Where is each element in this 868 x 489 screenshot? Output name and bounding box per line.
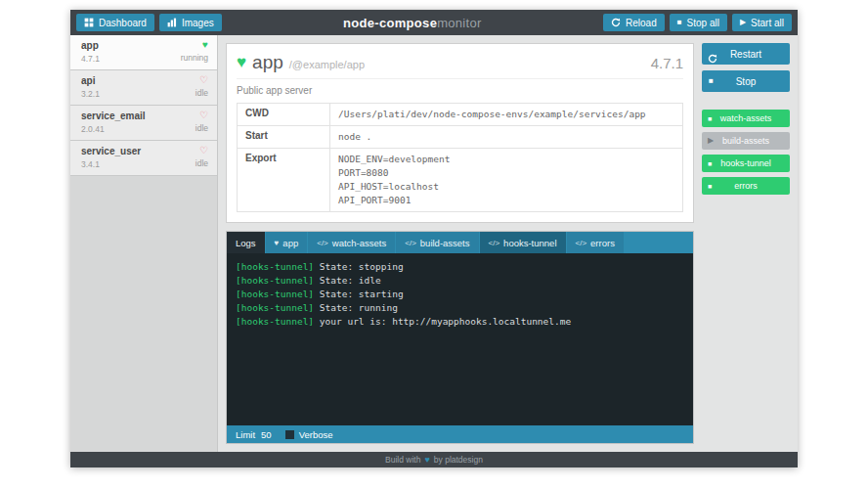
info-row-export: Export NODE_ENV=development PORT=8080 AP…	[238, 149, 683, 212]
service-info: app 4.7.1	[81, 40, 100, 64]
dashboard-button-label: Dashboard	[99, 18, 147, 28]
log-output[interactable]: [hooks-tunnel] State: stopping [hooks-tu…	[227, 253, 693, 425]
service-name: service_email	[81, 111, 146, 121]
detail-service-name: app	[252, 52, 283, 73]
service-detail-card: ♥ app /@example/app 4.7.1 Public app ser…	[226, 43, 694, 223]
tab-errors[interactable]: </> errors	[567, 232, 624, 253]
info-key: Export	[238, 149, 330, 212]
service-info-table: CWD /Users/plati/dev/node-compose-envs/e…	[237, 103, 683, 212]
reload-icon	[611, 18, 621, 27]
tab-logs[interactable]: Logs	[227, 232, 265, 253]
sidebar-item-api[interactable]: api 3.2.1 ♡ idle	[70, 70, 217, 106]
log-prefix: [hooks-tunnel]	[236, 289, 314, 299]
log-prefix: [hooks-tunnel]	[236, 261, 314, 272]
detail-header: ♥ app /@example/app 4.7.1	[237, 52, 683, 79]
service-info: service_email 2.0.41	[81, 111, 146, 134]
tab-label: Logs	[236, 238, 256, 248]
heart-icon: ♥	[237, 53, 246, 72]
stop-all-button-label: Stop all	[687, 18, 719, 28]
log-text: State: idle	[320, 275, 381, 286]
code-icon: </>	[576, 239, 587, 247]
page: Dashboard Images node-composemonitor	[0, 0, 868, 489]
info-value: node .	[330, 126, 683, 149]
process-button-errors[interactable]: ■ errors	[702, 177, 790, 195]
stop-all-button[interactable]: ■ Stop all	[670, 14, 727, 31]
dashboard-button[interactable]: Dashboard	[76, 14, 154, 31]
log-prefix: [hooks-tunnel]	[236, 316, 314, 327]
service-version: 3.4.1	[81, 159, 141, 169]
tab-label: errors	[590, 238, 615, 248]
log-tab-bar: Logs ♥ app </> watch-assets </	[227, 232, 693, 253]
tab-label: hooks-tunnel	[503, 238, 556, 248]
service-status: running	[181, 53, 208, 63]
heart-icon: ♥	[424, 455, 429, 465]
play-icon: ▶	[708, 137, 714, 145]
reload-button[interactable]: Reload	[603, 14, 665, 31]
app-body: app 4.7.1 ♥ running api 3.2.1 ♡	[70, 35, 798, 452]
log-text: State: stopping	[320, 261, 404, 272]
log-line: [hooks-tunnel] your url is: http://myapp…	[236, 315, 684, 329]
log-text: your url is: http://myapphooks.localtunn…	[320, 316, 571, 327]
app-title-bold: node-compose	[343, 16, 437, 30]
process-button-group: ■ watch-assets ▶ build-assets ■ hooks-tu…	[702, 110, 790, 195]
tab-hooks-tunnel[interactable]: </> hooks-tunnel	[480, 232, 566, 253]
heart-icon: ♥	[275, 239, 280, 247]
process-button-label: errors	[734, 181, 758, 191]
heart-outline-icon: ♡	[195, 75, 208, 85]
info-key: Start	[238, 126, 330, 149]
start-all-button[interactable]: ▶ Start all	[732, 14, 792, 31]
process-button-hooks-tunnel[interactable]: ■ hooks-tunnel	[702, 155, 790, 172]
service-version: 3.2.1	[81, 89, 100, 99]
action-column: Restart ■ Stop ■ watch-assets ▶ buil	[702, 43, 790, 444]
stop-icon: ■	[709, 77, 714, 85]
process-button-build-assets[interactable]: ▶ build-assets	[702, 132, 790, 150]
log-line: [hooks-tunnel] State: stopping	[236, 260, 684, 274]
dashboard-icon	[84, 18, 94, 27]
service-name: service_user	[81, 146, 141, 156]
app-title: node-composemonitor	[222, 16, 603, 30]
images-button[interactable]: Images	[159, 14, 222, 31]
reload-button-label: Reload	[626, 18, 657, 28]
service-status: idle	[195, 88, 208, 98]
code-icon: </>	[489, 239, 500, 247]
service-state: ♥ running	[181, 40, 208, 63]
sidebar-item-service-user[interactable]: service_user 3.4.1 ♡ idle	[70, 141, 217, 176]
app-title-light: monitor	[437, 16, 481, 30]
heart-outline-icon: ♡	[195, 146, 208, 156]
log-text: State: running	[320, 302, 398, 313]
tab-build-assets[interactable]: </> build-assets	[396, 232, 478, 253]
restart-button[interactable]: Restart	[702, 43, 790, 65]
tab-label: app	[282, 238, 298, 248]
service-sidebar: app 4.7.1 ♥ running api 3.2.1 ♡	[70, 35, 218, 452]
sidebar-item-service-email[interactable]: service_email 2.0.41 ♡ idle	[70, 106, 217, 141]
heart-outline-icon: ♡	[195, 111, 208, 120]
log-text: State: starting	[320, 289, 404, 299]
info-key: CWD	[238, 104, 330, 126]
service-version: 2.0.41	[81, 124, 146, 134]
topbar-left-group: Dashboard Images	[76, 14, 222, 31]
log-prefix: [hooks-tunnel]	[236, 302, 314, 313]
logs-panel: Logs ♥ app </> watch-assets </	[226, 231, 694, 444]
tab-app[interactable]: ♥ app	[266, 232, 308, 253]
sidebar-item-app[interactable]: app 4.7.1 ♥ running	[70, 35, 217, 70]
verbose-checkbox[interactable]	[285, 430, 294, 439]
process-button-watch-assets[interactable]: ■ watch-assets	[702, 110, 790, 127]
stop-button[interactable]: ■ Stop	[702, 70, 790, 92]
tab-watch-assets[interactable]: </> watch-assets	[308, 232, 395, 253]
stop-icon: ■	[708, 115, 712, 122]
limit-label: Limit	[236, 429, 255, 440]
restart-button-label: Restart	[730, 49, 761, 60]
service-state: ♡ idle	[195, 75, 208, 98]
tab-label: watch-assets	[332, 238, 386, 248]
tab-label: build-assets	[420, 238, 470, 248]
limit-value[interactable]: 50	[261, 429, 272, 440]
code-icon: </>	[317, 239, 328, 247]
stop-button-label: Stop	[736, 76, 757, 87]
log-line: [hooks-tunnel] State: idle	[236, 274, 684, 288]
service-status: idle	[195, 123, 208, 133]
log-line: [hooks-tunnel] State: running	[236, 301, 684, 315]
service-info: service_user 3.4.1	[81, 146, 141, 169]
process-button-label: build-assets	[722, 136, 769, 146]
stop-icon: ■	[708, 183, 712, 190]
detail-service-scope: /@example/app	[289, 59, 365, 70]
